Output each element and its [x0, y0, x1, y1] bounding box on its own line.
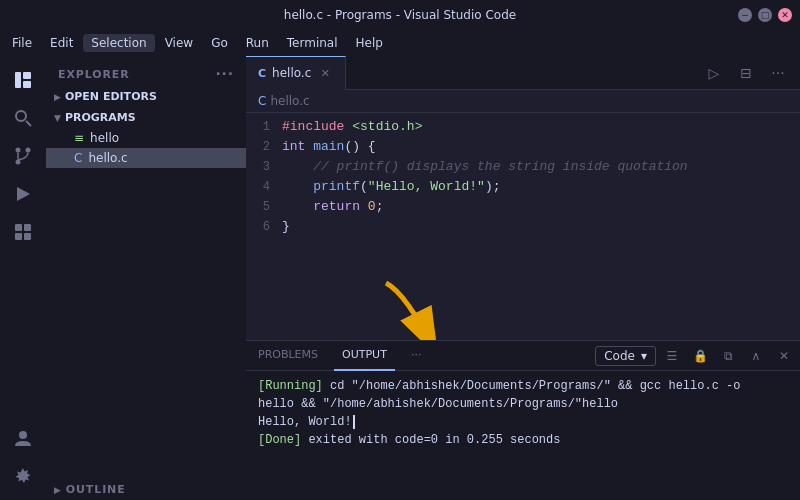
svg-rect-0 — [15, 72, 21, 88]
sidebar-item-hello[interactable]: ≡ hello — [46, 128, 246, 148]
panel-tab-problems[interactable]: PROBLEMS — [250, 341, 326, 371]
line-number-5: 5 — [246, 197, 282, 217]
svg-point-13 — [19, 431, 27, 439]
menu-go[interactable]: Go — [203, 34, 236, 52]
svg-point-5 — [16, 148, 21, 153]
open-editors-label: OPEN EDITORS — [65, 90, 157, 103]
hello-c-file-label: hello.c — [88, 151, 127, 165]
menu-selection[interactable]: Selection — [83, 34, 154, 52]
svg-point-7 — [26, 148, 31, 153]
open-editors-header[interactable]: ▶ OPEN EDITORS — [46, 86, 246, 107]
main-layout: EXPLORER ··· ▶ OPEN EDITORS ▼ PROGRAMS ≡… — [0, 56, 800, 500]
output-source-label: Code — [604, 349, 635, 363]
svg-point-3 — [16, 111, 26, 121]
code-line-2: 2 int main() { — [246, 137, 800, 157]
code-line-6: 6 } — [246, 217, 800, 237]
explorer-icon[interactable] — [5, 62, 41, 98]
menu-terminal[interactable]: Terminal — [279, 34, 346, 52]
search-icon[interactable] — [5, 100, 41, 136]
account-icon[interactable] — [5, 420, 41, 456]
tab-bar: C hello.c ✕ ▷ ⊟ ··· — [246, 56, 800, 90]
programs-header[interactable]: ▼ PROGRAMS — [46, 107, 246, 128]
tab-hello-c[interactable]: C hello.c ✕ — [246, 56, 346, 90]
sidebar-item-hello-c[interactable]: C hello.c — [46, 148, 246, 168]
code-line-3: 3 // printf() displays the string inside… — [246, 157, 800, 177]
panel-close-button[interactable]: ✕ — [772, 344, 796, 368]
svg-marker-8 — [17, 187, 30, 201]
panel: PROBLEMS OUTPUT ··· Code ▾ ☰ 🔒 ⧉ ∧ ✕ — [246, 340, 800, 500]
svg-rect-9 — [15, 224, 22, 231]
svg-line-4 — [26, 121, 31, 126]
terminal-done-msg: exited with code=0 in 0.255 seconds — [308, 433, 560, 447]
panel-clear-button[interactable]: ☰ — [660, 344, 684, 368]
makefile-icon: ≡ — [74, 131, 84, 145]
close-button[interactable]: ✕ — [778, 8, 792, 22]
split-editor-button[interactable]: ⊟ — [732, 59, 760, 87]
tab-hello-c-label: hello.c — [272, 66, 311, 80]
breadcrumb-filename: hello.c — [270, 94, 309, 108]
menu-run[interactable]: Run — [238, 34, 277, 52]
panel-copy-button[interactable]: ⧉ — [716, 344, 740, 368]
menu-edit[interactable]: Edit — [42, 34, 81, 52]
source-control-icon[interactable] — [5, 138, 41, 174]
svg-rect-10 — [24, 224, 31, 231]
line-number-3: 3 — [246, 157, 282, 177]
tab-close-button[interactable]: ✕ — [317, 65, 333, 81]
output-source-dropdown[interactable]: Code ▾ — [595, 346, 656, 366]
panel-collapse-button[interactable]: ∧ — [744, 344, 768, 368]
terminal-line-2: hello && "/home/abhishek/Documents/Progr… — [258, 395, 788, 413]
svg-rect-2 — [23, 81, 31, 88]
code-line-5: 5 return 0; — [246, 197, 800, 217]
minimize-button[interactable]: − — [738, 8, 752, 22]
panel-tab-more[interactable]: ··· — [403, 341, 430, 371]
activity-bar-bottom — [5, 420, 41, 494]
outline-label: OUTLINE — [66, 483, 126, 496]
activity-bar — [0, 56, 46, 500]
more-actions-button[interactable]: ··· — [764, 59, 792, 87]
settings-icon[interactable] — [5, 458, 41, 494]
chevron-down-icon: ▾ — [641, 349, 647, 363]
editor-area: C hello.c ✕ ▷ ⊟ ··· C hello.c 1 — [246, 56, 800, 500]
breadcrumb-file-icon: C — [258, 94, 266, 108]
panel-tab-actions: Code ▾ ☰ 🔒 ⧉ ∧ ✕ — [595, 344, 796, 368]
line-content-5: return 0; — [282, 197, 800, 217]
terminal-line-3: Hello, World! — [258, 413, 788, 431]
maximize-button[interactable]: □ — [758, 8, 772, 22]
tab-c-icon: C — [258, 67, 266, 80]
menu-file[interactable]: File — [4, 34, 40, 52]
run-action-button[interactable]: ▷ — [700, 59, 728, 87]
line-content-3: // printf() displays the string inside q… — [282, 157, 800, 177]
running-tag: [Running] — [258, 379, 323, 393]
debug-icon[interactable] — [5, 176, 41, 212]
breadcrumb: C hello.c — [246, 90, 800, 113]
chevron-down-icon: ▼ — [54, 113, 61, 123]
code-line-4: 4 printf("Hello, World!"); — [246, 177, 800, 197]
terminal-cmd: cd "/home/abhishek/Documents/Programs/" … — [330, 379, 740, 393]
sidebar-outline-section[interactable]: ▶ OUTLINE — [46, 479, 246, 500]
window-controls: − □ ✕ — [738, 8, 792, 22]
svg-rect-11 — [15, 233, 22, 240]
sidebar-section-programs: ▼ PROGRAMS ≡ hello C hello.c — [46, 107, 246, 168]
menu-help[interactable]: Help — [348, 34, 391, 52]
programs-label: PROGRAMS — [65, 111, 136, 124]
menu-bar: File Edit Selection View Go Run Terminal… — [0, 30, 800, 56]
chevron-right-icon: ▶ — [54, 92, 61, 102]
code-lines: 1 #include <stdio.h> 2 int main() { 3 //… — [246, 113, 800, 241]
done-tag: [Done] — [258, 433, 301, 447]
panel-tab-output[interactable]: OUTPUT — [334, 341, 395, 371]
svg-rect-12 — [24, 233, 31, 240]
terminal-output: [Running] cd "/home/abhishek/Documents/P… — [246, 371, 800, 500]
sidebar-more-button[interactable]: ··· — [215, 66, 234, 82]
extensions-icon[interactable] — [5, 214, 41, 250]
svg-rect-1 — [23, 72, 31, 79]
terminal-line-1: [Running] cd "/home/abhishek/Documents/P… — [258, 377, 788, 395]
tab-bar-actions: ▷ ⊟ ··· — [700, 59, 800, 87]
menu-view[interactable]: View — [157, 34, 201, 52]
c-file-icon: C — [74, 151, 82, 165]
explorer-label: EXPLORER — [58, 68, 130, 81]
hello-file-label: hello — [90, 131, 119, 145]
title-bar: hello.c - Programs - Visual Studio Code … — [0, 0, 800, 30]
panel-lock-button[interactable]: 🔒 — [688, 344, 712, 368]
sidebar-header: EXPLORER ··· — [46, 56, 246, 86]
code-editor[interactable]: 1 #include <stdio.h> 2 int main() { 3 //… — [246, 113, 800, 340]
